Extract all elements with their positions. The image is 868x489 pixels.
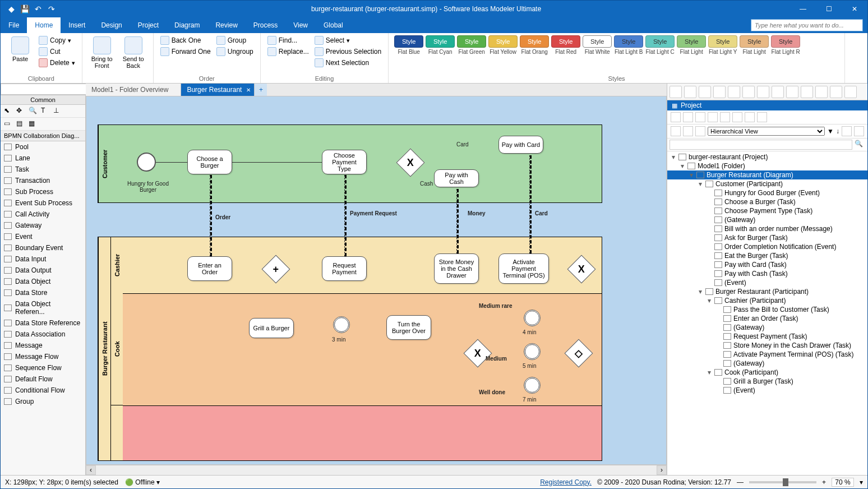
style-flat-green[interactable]: Style bbox=[457, 35, 486, 48]
toolbox-common-header[interactable]: Common bbox=[1, 95, 85, 105]
tab-model1[interactable]: Model1 - Folder Overview bbox=[86, 84, 181, 96]
toolbox-search[interactable] bbox=[1, 84, 90, 95]
tree-node[interactable]: (Gateway) bbox=[667, 359, 867, 368]
zoom-out-button[interactable]: — bbox=[737, 478, 744, 486]
style-flat-light[interactable]: Style bbox=[677, 35, 706, 48]
new-tab-button[interactable]: + bbox=[255, 84, 267, 96]
style-flat-blue[interactable]: Style bbox=[394, 35, 423, 48]
tree-node[interactable]: Eat the Burger (Task) bbox=[667, 251, 867, 260]
tree-node[interactable]: (Gateway) bbox=[667, 323, 867, 332]
menu-tab-global[interactable]: Global bbox=[316, 17, 351, 33]
timer-3min[interactable] bbox=[333, 316, 350, 333]
project-tb-0[interactable] bbox=[671, 112, 681, 122]
right-tool-11[interactable] bbox=[830, 86, 842, 98]
task-pay-cash[interactable]: Pay with Cash bbox=[434, 169, 479, 187]
connector-icon[interactable]: ⊥ bbox=[53, 107, 62, 116]
style-flat-white[interactable]: Style bbox=[583, 35, 612, 48]
zoom-dropdown[interactable]: ▾ bbox=[860, 478, 863, 486]
right-tool-6[interactable] bbox=[757, 86, 769, 98]
registered-link[interactable]: Registered Copy. bbox=[540, 478, 592, 486]
task-store-money[interactable]: Store Money in the Cash Drawer bbox=[434, 253, 479, 284]
tell-me-search[interactable] bbox=[746, 17, 867, 33]
toolbox-item-data-store[interactable]: Data Store bbox=[1, 287, 85, 298]
minimize-button[interactable]: — bbox=[790, 1, 816, 17]
task-request-payment[interactable]: Request Payment bbox=[322, 256, 367, 281]
tree-node[interactable]: Enter an Order (Task) bbox=[667, 314, 867, 323]
toolbox-item-data-object-referen-[interactable]: Data Object Referen... bbox=[1, 298, 85, 317]
rect-icon[interactable]: ▭ bbox=[4, 119, 13, 128]
zoom-in-button[interactable]: + bbox=[822, 478, 826, 486]
tab-burger-restaurant[interactable]: Burger Restaurant✕ bbox=[181, 84, 255, 96]
menu-tab-insert[interactable]: Insert bbox=[61, 17, 93, 33]
project-tree[interactable]: ▾burger-restaurant (Project)▾Model1 (Fol… bbox=[667, 151, 867, 475]
diagram-canvas[interactable]: Customer Hungry for Good Burger Choose a… bbox=[86, 96, 667, 465]
toolbox-item-lane[interactable]: Lane bbox=[1, 153, 85, 164]
tree-node[interactable]: ▾Cook (Participant) bbox=[667, 368, 867, 377]
back-one-button[interactable]: Back One bbox=[159, 35, 212, 45]
project-tb-4[interactable] bbox=[720, 112, 730, 122]
tree-node[interactable]: ▾Cashier (Participant) bbox=[667, 296, 867, 305]
tree-node[interactable]: Pay with Cash (Task) bbox=[667, 269, 867, 278]
toolbox-item-event-sub-process[interactable]: Event Sub Process bbox=[1, 197, 85, 209]
right-tool-10[interactable] bbox=[815, 86, 828, 98]
timer-5min[interactable] bbox=[524, 343, 541, 360]
horizontal-scrollbar[interactable]: ‹› bbox=[86, 465, 667, 475]
right-tool-1[interactable] bbox=[684, 86, 696, 98]
extra-icon-1[interactable] bbox=[851, 35, 862, 47]
select-button[interactable]: Select ▾ bbox=[313, 35, 382, 45]
tree-node[interactable]: Ask for Burger (Task) bbox=[667, 233, 867, 242]
offline-status[interactable]: 🟢 Offline ▾ bbox=[125, 478, 160, 486]
tree-node[interactable]: Request Payment (Task) bbox=[667, 332, 867, 341]
toolbox-item-default-flow[interactable]: Default Flow bbox=[1, 373, 85, 385]
zoom-slider[interactable] bbox=[749, 481, 816, 483]
zoom-value[interactable] bbox=[832, 478, 854, 487]
prev-selection-button[interactable]: Previous Selection bbox=[313, 47, 382, 57]
tree-node[interactable]: Pay with Card (Task) bbox=[667, 260, 867, 269]
right-tool-2[interactable] bbox=[699, 86, 711, 98]
ungroup-button[interactable]: Ungroup bbox=[215, 47, 255, 57]
project-tb-5[interactable] bbox=[732, 112, 742, 122]
bring-front-button[interactable]: Bring to Front bbox=[88, 35, 116, 74]
right-tool-9[interactable] bbox=[801, 86, 813, 98]
tree-node[interactable]: ▾Model1 (Folder) bbox=[667, 162, 867, 170]
task-turn[interactable]: Turn the Burger Over bbox=[386, 315, 431, 340]
toolbox-item-call-activity[interactable]: Call Activity bbox=[1, 209, 85, 220]
task-activate-pos[interactable]: Activate Payment Terminal (POS) bbox=[498, 253, 549, 284]
move-icon[interactable]: ✥ bbox=[16, 107, 25, 116]
copy-button[interactable]: Copy ▾ bbox=[38, 35, 76, 45]
menu-tab-project[interactable]: Project bbox=[130, 17, 167, 33]
tree-node[interactable]: (Event) bbox=[667, 278, 867, 287]
tree-node[interactable]: ▾burger-restaurant (Project) bbox=[667, 153, 867, 162]
right-tool-8[interactable] bbox=[786, 86, 798, 98]
task-grill[interactable]: Grill a Burger bbox=[249, 318, 294, 338]
tree-node[interactable]: Activate Payment Terminal (POS) (Task) bbox=[667, 350, 867, 359]
style-flat-orang[interactable]: Style bbox=[520, 35, 549, 48]
toolbox-item-pool[interactable]: Pool bbox=[1, 141, 85, 153]
tree-node[interactable]: Order Completion Notification (Event) bbox=[667, 242, 867, 251]
toolbox-item-transaction[interactable]: Transaction bbox=[1, 175, 85, 186]
style-flat-light[interactable]: Style bbox=[740, 35, 769, 48]
right-tool-3[interactable] bbox=[713, 86, 726, 98]
toolbox-item-data-association[interactable]: Data Association bbox=[1, 329, 85, 340]
search-icon[interactable]: 🔍 bbox=[852, 140, 865, 150]
toolbox-item-data-output[interactable]: Data Output bbox=[1, 265, 85, 276]
text-icon[interactable]: T bbox=[41, 107, 50, 116]
tree-node[interactable]: (Event) bbox=[667, 386, 867, 395]
view-mode-select[interactable]: Hierarchical View bbox=[708, 127, 825, 136]
toolbox-item-data-input[interactable]: Data Input bbox=[1, 253, 85, 265]
maximize-button[interactable]: ☐ bbox=[816, 1, 842, 17]
toolbox-item-task[interactable]: Task bbox=[1, 164, 85, 175]
style-flat-light-b[interactable]: Style bbox=[614, 35, 643, 48]
close-tab-icon[interactable]: ✕ bbox=[246, 87, 251, 93]
timer-4min[interactable] bbox=[524, 310, 541, 326]
close-button[interactable]: ✕ bbox=[842, 1, 867, 17]
group-button[interactable]: Group bbox=[215, 35, 255, 45]
menu-tab-file[interactable]: File bbox=[1, 17, 27, 33]
menu-tab-diagram[interactable]: Diagram bbox=[167, 17, 207, 33]
toolbox-category[interactable]: BPMN Collaboration Diag... bbox=[1, 131, 85, 141]
tree-node[interactable]: Grill a Burger (Task) bbox=[667, 377, 867, 386]
task-choose-payment[interactable]: Choose Payment Type bbox=[322, 150, 367, 174]
toolbox-item-conditional-flow[interactable]: Conditional Flow bbox=[1, 385, 85, 396]
find-button[interactable]: Find... bbox=[266, 35, 310, 45]
style-flat-cyan[interactable]: Style bbox=[426, 35, 455, 48]
